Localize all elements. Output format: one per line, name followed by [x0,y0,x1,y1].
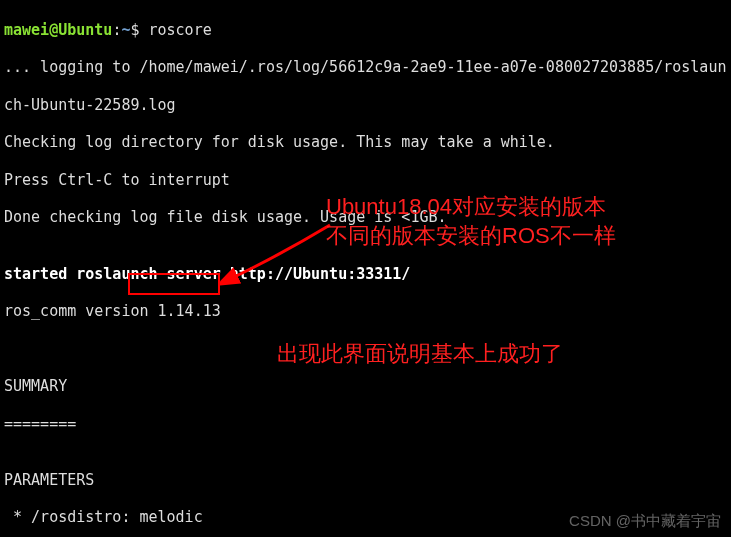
rosdistro-value: melodic [139,508,202,526]
terminal-output[interactable]: mawei@Ubuntu:~$ roscore ... logging to /… [0,0,731,537]
prompt-host: Ubuntu [58,21,112,39]
prompt-line: mawei@Ubuntu:~$ roscore [4,21,727,40]
output-line: PARAMETERS [4,471,727,490]
annotation-line: Ubuntu18.04对应安装的版本 [326,193,616,222]
output-line: SUMMARY [4,377,727,396]
annotation-success: 出现此界面说明基本上成功了 [277,340,563,369]
output-line: ======== [4,415,727,434]
prompt-user: mawei [4,21,49,39]
output-line: ros_comm version 1.14.13 [4,302,727,321]
annotation-line: 出现此界面说明基本上成功了 [277,341,563,366]
command-text: roscore [149,21,212,39]
watermark-text: CSDN @书中藏着宇宙 [569,512,721,531]
prompt-symbol: $ [130,21,139,39]
output-line: ... logging to /home/mawei/.ros/log/5661… [4,58,727,77]
output-line: Checking log directory for disk usage. T… [4,133,727,152]
prompt-at: @ [49,21,58,39]
output-line: ch-Ubuntu-22589.log [4,96,727,115]
annotation-version: Ubuntu18.04对应安装的版本 不同的版本安装的ROS不一样 [326,193,616,250]
annotation-line: 不同的版本安装的ROS不一样 [326,222,616,251]
output-line: started roslaunch server http://Ubuntu:3… [4,265,727,284]
output-line: Press Ctrl-C to interrupt [4,171,727,190]
rosdistro-label: * /rosdistro: [4,508,139,526]
